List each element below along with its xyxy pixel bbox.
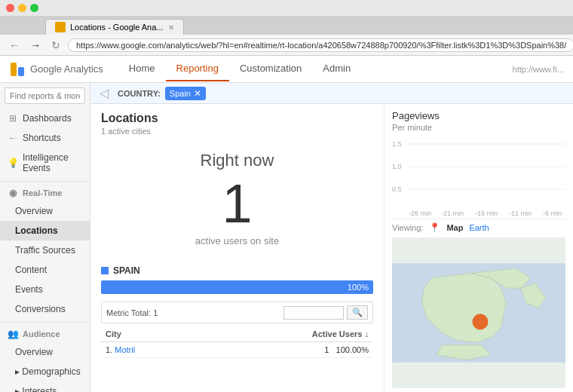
search-input[interactable] [5,87,85,104]
progress-bar-container: 100% [101,280,373,294]
filter-remove-icon[interactable]: ✕ [194,88,201,99]
sidebar-item-locations[interactable]: Locations [0,221,90,240]
close-button[interactable] [6,4,14,12]
tab-bar: Locations - Google Ana... ✕ [0,17,573,35]
country-dot-icon [101,267,109,274]
svg-rect-1 [18,67,24,76]
progress-bar: 100% [101,280,373,294]
country-name: SPAIN [113,265,140,276]
view-map-button[interactable]: Map [446,223,463,232]
svg-point-20 [472,314,488,329]
sidebar-item-interests[interactable]: ▸ Interests [0,381,90,392]
sidebar-item-overview[interactable]: Overview [0,201,90,221]
nav-reporting[interactable]: Reporting [166,57,229,81]
cell-rank: 1. Motril [101,342,201,358]
arrow-left-icon: ← [8,133,18,143]
sidebar-item-content[interactable]: Content [0,260,90,280]
table-search-button[interactable]: 🔍 [347,305,368,320]
filter-country-label: COUNTRY: [118,89,161,98]
filter-bar: ◁ COUNTRY: Spain ✕ [90,83,573,104]
nav-right-url: http://www.fi... [513,65,564,74]
svg-text:-11 min: -11 min [509,210,532,217]
url-text: https://www.google.com/analytics/web/?hl… [76,41,566,50]
svg-text:0.5: 0.5 [392,185,402,193]
window-buttons [6,4,38,12]
data-table: City Active Users ↓ 1. Motril 1 100.00% [101,326,373,358]
grid-icon: ⊞ [8,113,18,124]
sidebar-item-audience-overview[interactable]: Overview [0,342,90,362]
page-subtitle: 1 active cities [101,127,373,136]
top-nav: Google Analytics Home Reporting Customiz… [0,56,573,83]
active-label: active users on site [101,235,373,247]
refresh-button[interactable]: ↻ [48,38,63,53]
map-area [392,237,565,388]
country-label: SPAIN [101,265,373,276]
col-city: City [101,326,201,342]
chart-area: 1.5 1.0 0.5 -26 min -21 min -16 min -11 … [392,136,565,219]
right-now-section: Right now 1 active users on site [101,143,373,258]
sidebar-item-demographics[interactable]: ▸ Demographics [0,362,90,381]
right-now-label: Right now [101,151,373,170]
forward-button[interactable]: → [27,38,44,53]
nav-customization[interactable]: Customization [229,57,312,81]
country-section: SPAIN 100% [101,265,373,294]
sidebar-item-conversions[interactable]: Conversions [0,299,90,319]
sidebar-section-audience: 👥 Audience [0,322,90,342]
minimize-button[interactable] [18,4,26,12]
url-bar[interactable]: https://www.google.com/analytics/web/?hl… [68,38,573,52]
locations-content: Locations 1 active cities Right now 1 ac… [90,104,573,392]
metric-total: Metric Total: 1 [106,308,283,317]
ga-logo-icon [9,61,26,78]
sidebar-section-realtime: ◉ Real-Time [0,181,90,201]
sidebar-item-events[interactable]: Events [0,280,90,299]
back-button[interactable]: ← [6,38,23,53]
sidebar-item-traffic[interactable]: Traffic Sources [0,240,90,260]
active-count: 1 [101,176,373,231]
page-title: Locations [101,112,373,125]
sidebar-section-main: ⊞ Dashboards ← Shortcuts 💡 Intelligence … [0,109,90,178]
content-area: ◁ COUNTRY: Spain ✕ Locations 1 active ci… [90,83,573,392]
left-panel: Locations 1 active cities Right now 1 ac… [90,104,385,392]
table-section: Metric Total: 1 🔍 City Active Users ↓ [101,302,373,358]
filter-tag-spain: Spain ✕ [165,87,206,100]
table-header: City Active Users ↓ [101,326,373,342]
svg-rect-0 [11,63,17,76]
pageviews-subtitle: Per minute [392,123,565,132]
sidebar-item-intelligence[interactable]: 💡 Intelligence Events [0,148,90,178]
viewing-bar: Viewing: 📍 Map Earth [392,222,565,233]
svg-text:-26 min: -26 min [409,210,431,217]
svg-text:-6 min: -6 min [543,210,562,217]
nav-admin[interactable]: Admin [312,57,361,81]
table-search-input[interactable] [283,306,344,320]
browser-tab[interactable]: Locations - Google Ana... ✕ [45,19,184,35]
nav-items: Home Reporting Customization Admin [118,57,361,81]
chart-svg: 1.5 1.0 0.5 -26 min -21 min -16 min -11 … [392,136,565,219]
map-pin-icon: 📍 [429,222,440,233]
svg-text:-21 min: -21 min [441,210,464,217]
svg-text:1.0: 1.0 [392,163,402,170]
table-header-row: Metric Total: 1 🔍 [101,302,373,323]
filter-tag-value: Spain [170,89,191,98]
city-link[interactable]: Motril [115,345,135,354]
tab-title: Locations - Google Ana... [70,23,164,32]
ga-logo: Google Analytics [9,61,103,78]
view-earth-button[interactable]: Earth [469,223,489,232]
main-layout: ⊞ Dashboards ← Shortcuts 💡 Intelligence … [0,83,573,392]
sidebar-toggle-icon[interactable]: ◁ [100,86,109,100]
nav-home[interactable]: Home [118,57,166,81]
svg-text:-16 min: -16 min [475,210,498,217]
close-tab-icon[interactable]: ✕ [168,23,174,32]
progress-percentage: 100% [348,283,369,292]
table-row: 1. Motril 1 100.00% [101,342,373,358]
sidebar-item-shortcuts[interactable]: ← Shortcuts [0,128,90,148]
lightbulb-icon: 💡 [8,158,18,168]
sidebar-item-dashboards[interactable]: ⊞ Dashboards [0,109,90,128]
maximize-button[interactable] [30,4,38,12]
col-active-users: Active Users ↓ [201,326,373,342]
ga-logo-text: Google Analytics [30,63,103,75]
sidebar: ⊞ Dashboards ← Shortcuts 💡 Intelligence … [0,83,90,392]
map-svg [392,237,565,388]
right-panel: Pageviews Per minute 1.5 1.0 0.5 -26 [385,104,573,392]
address-bar: ← → ↻ https://www.google.com/analytics/w… [0,35,573,56]
svg-text:1.5: 1.5 [392,140,402,148]
